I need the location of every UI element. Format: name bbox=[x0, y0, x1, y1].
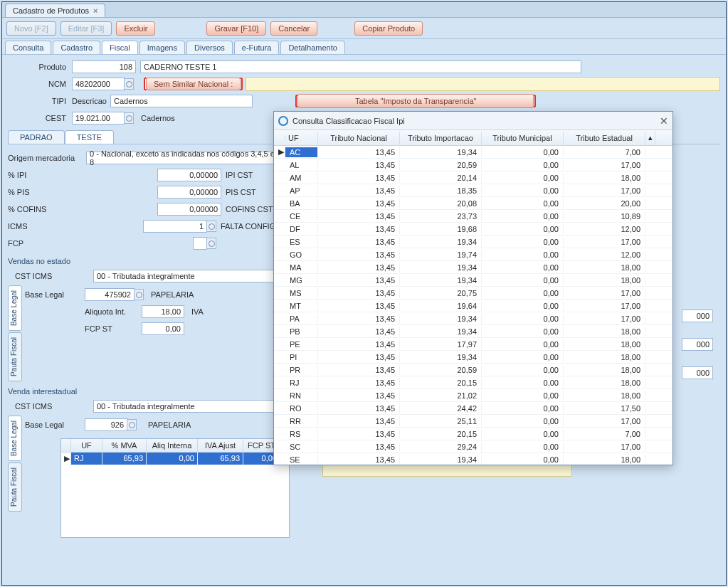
grid-cell: RO bbox=[285, 403, 318, 413]
vi-table-row[interactable]: ▶ RJ 65,93 0,00 65,93 0,00 bbox=[61, 453, 289, 465]
ve-fcpst-input[interactable]: 0,00 bbox=[142, 322, 184, 335]
grid-col-uf[interactable]: UF bbox=[285, 132, 318, 144]
fr-val-1[interactable]: 000 bbox=[682, 338, 713, 351]
editar-button[interactable]: Editar [F3] bbox=[60, 21, 112, 36]
ve-cst-input[interactable]: 00 - Tributada integralmente bbox=[93, 270, 278, 282]
grid-row[interactable]: RS13,4520,150,007,00 bbox=[274, 428, 672, 440]
icms-lookup-icon[interactable] bbox=[206, 221, 216, 232]
row-pointer-icon bbox=[274, 292, 285, 294]
subtab-diversos[interactable]: Diversos bbox=[186, 41, 233, 54]
vi-uf-table[interactable]: UF % MVA Aliq Interna IVA Ajust FCP ST ▶… bbox=[60, 438, 290, 538]
grid-row[interactable]: RJ13,4520,150,0018,00 bbox=[274, 376, 672, 389]
subtab-cadastro[interactable]: Cadastro bbox=[53, 41, 100, 54]
produto-name[interactable]: CADERNO TESTE 1 bbox=[140, 60, 581, 73]
grid-cell: 17,00 bbox=[564, 314, 645, 324]
grid-row[interactable]: PE13,4517,970,0018,00 bbox=[274, 338, 672, 351]
ve-baselegal-input[interactable]: 475902 bbox=[85, 288, 134, 301]
grid-row[interactable]: GO13,4519,740,0012,00 bbox=[274, 248, 672, 261]
grid-row[interactable]: RR13,4525,110,0017,00 bbox=[274, 415, 672, 428]
ve-side-pautafiscal[interactable]: Pauta Fiscal bbox=[8, 332, 22, 381]
icms-input[interactable]: 1 bbox=[143, 220, 207, 233]
copiar-produto-button[interactable]: Copiar Produto bbox=[354, 21, 423, 36]
subtab-fiscal[interactable]: Fiscal bbox=[102, 41, 138, 54]
novo-button[interactable]: Novo [F2] bbox=[6, 21, 56, 36]
vi-cst-input[interactable]: 00 - Tributada integralmente bbox=[93, 400, 278, 413]
vi-baselegal-input[interactable]: 926 bbox=[85, 418, 127, 431]
vi-side-pautafiscal[interactable]: Pauta Fiscal bbox=[8, 462, 22, 512]
grid-row[interactable]: AL13,4520,590,0017,00 bbox=[274, 159, 672, 171]
inner-tab-teste[interactable]: TESTE bbox=[65, 130, 114, 144]
grid-row[interactable]: AP13,4518,350,0017,00 bbox=[274, 184, 672, 197]
close-tab-icon[interactable]: × bbox=[93, 6, 97, 15]
grid-col-est[interactable]: Tributo Estadual bbox=[564, 132, 645, 144]
grid-row[interactable]: DF13,4519,680,0012,00 bbox=[274, 223, 672, 236]
grid-row[interactable]: RO13,4524,420,0017,50 bbox=[274, 402, 672, 415]
inner-tab-padrao[interactable]: PADRAO bbox=[8, 130, 65, 144]
grid-row[interactable]: PI13,4519,340,0018,00 bbox=[274, 351, 672, 364]
ipi-pct-input[interactable]: 0,00000 bbox=[157, 169, 221, 181]
gravar-button[interactable]: Gravar [F10] bbox=[206, 21, 266, 36]
grid-cell: AL bbox=[285, 160, 318, 170]
grid-cell: 0,00 bbox=[482, 160, 564, 170]
ve-side-baselegal[interactable]: Base Legal bbox=[8, 285, 22, 331]
ve-baselegal-lookup-icon[interactable] bbox=[134, 289, 144, 300]
grid-row[interactable]: BA13,4520,080,0020,00 bbox=[274, 197, 672, 210]
fr-val-0[interactable]: 000 bbox=[682, 310, 713, 322]
tabela-transparencia-button[interactable]: Tabela "Imposto da Transparencia" bbox=[297, 94, 534, 108]
vi-side-baselegal[interactable]: Base Legal bbox=[8, 416, 22, 461]
subtab-imagens[interactable]: Imagens bbox=[139, 41, 185, 54]
vi-cst-label: CST ICMS bbox=[8, 402, 58, 411]
grid-row[interactable]: ES13,4519,340,0017,00 bbox=[274, 236, 672, 248]
grid-row[interactable]: MA13,4519,340,0018,00 bbox=[274, 261, 672, 274]
sem-similar-button[interactable]: Sem Similar Nacional : bbox=[146, 78, 241, 90]
grid-cell: 18,00 bbox=[564, 275, 645, 285]
grid-row[interactable]: CE13,4523,730,0010,89 bbox=[274, 210, 672, 223]
grid-row[interactable]: SE13,4519,340,0018,00 bbox=[274, 453, 672, 465]
cest-input[interactable]: 19.021.00 bbox=[72, 112, 125, 125]
grid-col-imp[interactable]: Tributo Importacao bbox=[400, 132, 482, 144]
grid-row[interactable]: RN13,4521,020,0018,00 bbox=[274, 389, 672, 402]
ve-aliq-input[interactable]: 18,00 bbox=[142, 305, 184, 318]
cest-desc: Cadernos bbox=[141, 114, 175, 122]
produto-code[interactable]: 108 bbox=[72, 60, 136, 73]
grid-col-mun[interactable]: Tributo Municipal bbox=[482, 132, 564, 144]
subtab-consulta[interactable]: Consulta bbox=[5, 41, 51, 54]
grid-row[interactable]: MS13,4520,750,0017,00 bbox=[274, 287, 672, 300]
table-transparencia-highlight: Tabela "Imposto da Transparencia" bbox=[295, 95, 536, 107]
grid-cell: 18,00 bbox=[564, 263, 645, 273]
grid-row[interactable]: MT13,4519,640,0017,00 bbox=[274, 300, 672, 312]
row-pointer-icon bbox=[274, 433, 285, 435]
cancelar-button[interactable]: Cancelar bbox=[270, 21, 317, 36]
grid-row[interactable]: AM13,4520,140,0018,00 bbox=[274, 171, 672, 184]
cofins-pct-input[interactable]: 0,00000 bbox=[157, 203, 221, 216]
grid-row[interactable]: ▶AC13,4519,340,007,00 bbox=[274, 146, 672, 159]
tipi-desc[interactable]: Cadernos bbox=[110, 95, 253, 107]
fcp-input[interactable] bbox=[193, 237, 207, 250]
ve-baselegal-label: Base Legal bbox=[25, 290, 85, 299]
grid-row[interactable]: PA13,4519,340,0017,00 bbox=[274, 312, 672, 325]
fcp-lookup-icon[interactable] bbox=[206, 238, 216, 249]
row-pointer-icon bbox=[274, 280, 285, 281]
modal-close-icon[interactable]: ✕ bbox=[660, 115, 668, 127]
grid-row[interactable]: MG13,4519,340,0018,00 bbox=[274, 274, 672, 287]
ncm-lookup-icon[interactable] bbox=[124, 78, 134, 90]
excluir-button[interactable]: Excluir bbox=[116, 21, 155, 36]
grid-cell: PI bbox=[285, 352, 318, 362]
grid-col-nac[interactable]: Tributo Nacional bbox=[318, 132, 400, 144]
window-tab-cadastro-produtos[interactable]: Cadastro de Produtos × bbox=[5, 4, 105, 17]
grid-cell: 18,00 bbox=[564, 391, 645, 401]
ncm-input[interactable]: 48202000 bbox=[72, 78, 125, 90]
grid-row[interactable]: SC13,4529,240,0017,00 bbox=[274, 440, 672, 453]
grid-row[interactable]: PR13,4520,590,0018,00 bbox=[274, 364, 672, 376]
pis-pct-input[interactable]: 0,00000 bbox=[157, 186, 221, 199]
origem-input[interactable]: 0 - Nacional, exceto as indicadas nos có… bbox=[86, 152, 280, 164]
grid-row[interactable]: PB13,4519,340,0018,00 bbox=[274, 325, 672, 338]
vi-baselegal-lookup-icon[interactable] bbox=[127, 419, 137, 430]
modal-titlebar[interactable]: Consulta Classificacao Fiscal Ipi ✕ bbox=[274, 112, 672, 130]
grid-cell: 17,00 bbox=[564, 186, 645, 196]
fr-val-2[interactable]: 000 bbox=[682, 366, 713, 379]
subtab-efutura[interactable]: e-Futura bbox=[234, 41, 280, 54]
grid-body[interactable]: ▶AC13,4519,340,007,00AL13,4520,590,0017,… bbox=[274, 146, 672, 465]
subtab-detalhamento[interactable]: Detalhamento bbox=[280, 41, 345, 54]
cest-lookup-icon[interactable] bbox=[124, 112, 134, 124]
